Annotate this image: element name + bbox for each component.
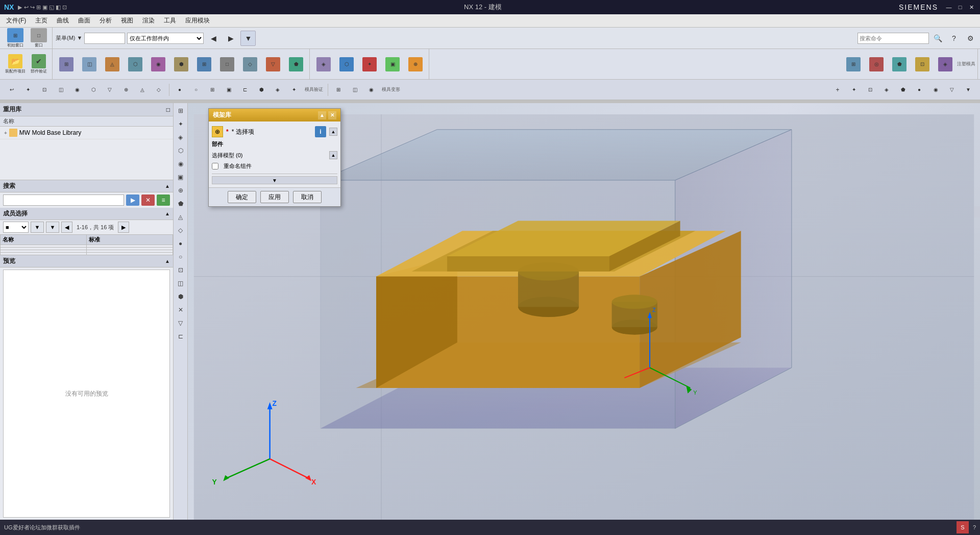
maximize-icon[interactable]: □	[166, 106, 170, 113]
tb-btn-p[interactable]: ⊕	[404, 51, 427, 78]
stb-btn4[interactable]: ◫	[53, 82, 68, 98]
stb-btn13[interactable]: ⊞	[205, 82, 220, 98]
modal-move-up-btn[interactable]: ▲	[318, 111, 326, 119]
menu-surface[interactable]: 曲面	[74, 15, 94, 26]
stb-btn9[interactable]: ◬	[135, 82, 150, 98]
modal-title-bar[interactable]: 模架库 ▲ ✕	[209, 109, 340, 121]
part-verif-btn[interactable]: ✔ 部件验证	[28, 51, 50, 78]
stb-btn6[interactable]: ⬡	[86, 82, 101, 98]
stb-btn8[interactable]: ⊕	[118, 82, 134, 98]
stb-right4[interactable]: ◈	[879, 82, 894, 98]
tb-btn-d[interactable]: ⬡	[124, 51, 146, 78]
preview-collapse-btn[interactable]: ▲	[165, 258, 170, 264]
close-button[interactable]: ✕	[967, 3, 976, 12]
stb-btn21[interactable]: ◉	[363, 82, 379, 98]
member-filter2-btn[interactable]: ▼	[46, 222, 59, 233]
tb-btn-j[interactable]: ▽	[262, 51, 284, 78]
tb-btn-k[interactable]: ⬟	[285, 51, 307, 78]
search-icon[interactable]: 🔍	[930, 31, 945, 46]
iconbar-btn-13[interactable]: ⊡	[175, 264, 186, 276]
viewport[interactable]: 6-1_top_00...	[188, 103, 980, 520]
stb-right6[interactable]: ●	[912, 82, 927, 98]
stb-btn1[interactable]: ↩	[4, 82, 19, 98]
tb-btn-g[interactable]: ⊞	[193, 51, 215, 78]
member-next-btn[interactable]: ▶	[118, 222, 129, 233]
stb-btn15[interactable]: ⊏	[237, 82, 253, 98]
iconbar-btn-11[interactable]: ●	[175, 238, 186, 249]
member-collapse-btn[interactable]: ▲	[165, 211, 170, 216]
stb-btn19[interactable]: ⊞	[331, 82, 346, 98]
scope-select[interactable]: 仅在工作部件内	[127, 33, 204, 44]
tb-btn-b[interactable]: ◫	[78, 51, 101, 78]
modal-expand-button[interactable]: ▼	[212, 176, 337, 184]
tb-btn-h[interactable]: □	[216, 51, 238, 78]
stb-right3[interactable]: ⊡	[863, 82, 878, 98]
iconbar-btn-9[interactable]: ◬	[175, 211, 186, 223]
menu-render[interactable]: 渲染	[138, 15, 159, 26]
stb-btn12[interactable]: ○	[188, 82, 204, 98]
stb-btn2[interactable]: ✦	[20, 82, 36, 98]
menu-search-input[interactable]	[84, 33, 125, 44]
stb-dropdown[interactable]: ▼	[961, 82, 976, 98]
menu-tools[interactable]: 工具	[160, 15, 180, 26]
open-part-btn[interactable]: 📂 装配件项目	[4, 51, 27, 78]
stb-btn17[interactable]: ◈	[270, 82, 285, 98]
search-input[interactable]	[3, 194, 124, 206]
settings-icon[interactable]: ⚙	[963, 31, 978, 46]
tb-btn-i[interactable]: ◇	[239, 51, 261, 78]
preview-section-header[interactable]: 预览 ▲	[0, 255, 173, 268]
iconbar-btn-1[interactable]: ⊞	[175, 105, 186, 116]
stb-btn10[interactable]: ◇	[151, 82, 166, 98]
search-filter-button[interactable]: ≡	[157, 194, 170, 206]
stb-btn5[interactable]: ◉	[69, 82, 85, 98]
ok-button[interactable]: 确定	[228, 191, 256, 203]
iconbar-btn-3[interactable]: ◈	[175, 132, 186, 143]
search-go-button[interactable]: ▶	[126, 194, 139, 206]
tb-btn-e[interactable]: ◉	[147, 51, 169, 78]
stb-btn3[interactable]: ⊡	[37, 82, 52, 98]
status-icon-btn[interactable]: S	[957, 521, 969, 533]
tb-btn-r5[interactable]: ◈	[934, 51, 957, 78]
tb-btn-m[interactable]: ⬡	[335, 51, 358, 78]
stb-btn11[interactable]: ●	[172, 82, 187, 98]
tb-btn-c[interactable]: ◬	[101, 51, 124, 78]
maximize-button[interactable]: □	[955, 3, 965, 12]
stb-btn7[interactable]: ▽	[102, 82, 117, 98]
stb-right1[interactable]: +	[830, 82, 845, 98]
search-section-header[interactable]: 搜索 ▲	[0, 180, 173, 192]
member-filter-btn[interactable]: ▼	[31, 222, 44, 233]
filter-btn[interactable]: ▼	[240, 31, 256, 46]
search-clear-button[interactable]: ✕	[141, 194, 155, 206]
select-model-collapse-btn[interactable]: ▲	[329, 151, 337, 159]
stb-right8[interactable]: ▽	[944, 82, 960, 98]
command-search-input[interactable]	[857, 33, 929, 44]
stb-btn16[interactable]: ⬢	[254, 82, 269, 98]
iconbar-btn-12[interactable]: ○	[175, 251, 186, 262]
tb-btn-n[interactable]: ✦	[358, 51, 381, 78]
menu-apps[interactable]: 应用模块	[181, 15, 214, 26]
minimize-button[interactable]: —	[944, 3, 953, 12]
iconbar-btn-5[interactable]: ◉	[175, 158, 186, 169]
stb-right7[interactable]: ◉	[928, 82, 943, 98]
iconbar-btn-15[interactable]: ⬢	[175, 291, 186, 302]
stb-btn20[interactable]: ◫	[347, 82, 362, 98]
iconbar-btn-16[interactable]: ✕	[175, 304, 186, 315]
stb-btn18[interactable]: ✦	[286, 82, 302, 98]
tb-btn-f[interactable]: ⬢	[170, 51, 192, 78]
menu-view[interactable]: 视图	[117, 15, 137, 26]
info-button[interactable]: i	[315, 126, 326, 137]
tb-btn-r4[interactable]: ⊡	[911, 51, 934, 78]
tb-btn-r2[interactable]: ◎	[865, 51, 888, 78]
search-collapse-btn[interactable]: ▲	[165, 183, 170, 189]
tb-btn-o[interactable]: ▣	[381, 51, 404, 78]
stb-right5[interactable]: ⬟	[895, 82, 911, 98]
tb-btn-l[interactable]: ◈	[312, 51, 335, 78]
stb-right2[interactable]: ✦	[846, 82, 862, 98]
tb-rect-btn[interactable]: □ 窗口	[28, 25, 50, 52]
modal-collapse-btn[interactable]: ▲	[329, 128, 337, 136]
tb-btn-a[interactable]: ⊞	[55, 51, 78, 78]
iconbar-btn-2[interactable]: ✦	[175, 118, 186, 130]
menu-file[interactable]: 文件(F)	[2, 15, 30, 26]
member-view-select[interactable]: ■	[3, 222, 29, 233]
menu-curve[interactable]: 曲线	[53, 15, 73, 26]
